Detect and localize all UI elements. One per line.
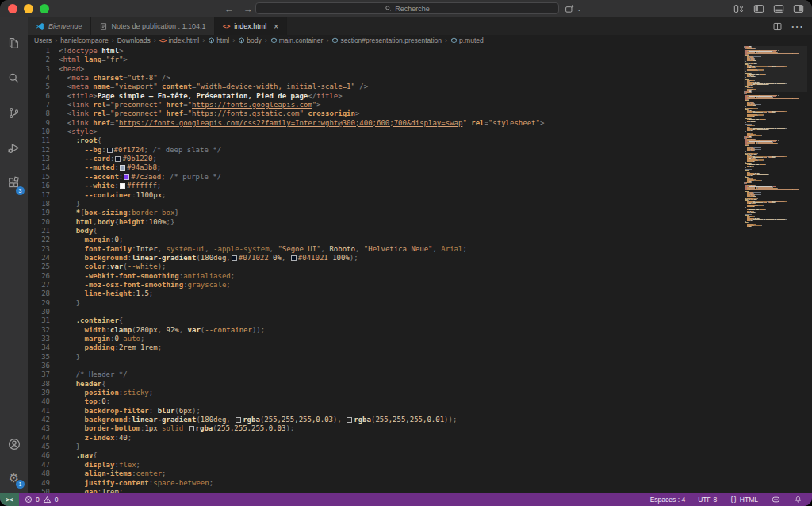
code-line[interactable]: 18 }: [28, 200, 741, 209]
command-center-search[interactable]: Recherche: [255, 2, 559, 14]
code-line[interactable]: 40 top:0;: [28, 397, 741, 406]
close-window-button[interactable]: [8, 4, 17, 13]
explorer-icon[interactable]: [0, 25, 28, 60]
code-line[interactable]: 30: [28, 308, 741, 316]
code-line[interactable]: 8 <link rel="preconnect" href="https://f…: [28, 109, 741, 118]
code-line[interactable]: 33 margin:0 auto;: [28, 335, 741, 343]
code-line[interactable]: 22 margin:0;: [28, 236, 741, 244]
notifications-bell-icon[interactable]: [794, 495, 802, 504]
code-line[interactable]: 21 body{: [28, 227, 741, 236]
code-line[interactable]: 15 --accent:#7c3aed; /* purple */: [28, 173, 741, 182]
minimap[interactable]: [744, 46, 807, 493]
line-number[interactable]: 17: [28, 191, 50, 200]
code-line[interactable]: 29 }: [28, 299, 741, 308]
line-number[interactable]: 31: [28, 316, 50, 325]
line-number[interactable]: 12: [28, 146, 50, 155]
editor[interactable]: 1<!doctype html>2<html lang="fr">3<head>…: [28, 46, 812, 493]
line-number[interactable]: 43: [28, 424, 50, 433]
search-sidebar-icon[interactable]: [0, 60, 28, 95]
code-line[interactable]: 48 align-items:center;: [28, 470, 741, 478]
breadcrumb-item[interactable]: Users: [34, 36, 52, 44]
color-swatch[interactable]: [115, 156, 121, 162]
code-line[interactable]: 4 <meta charset="utf-8" />: [28, 74, 741, 82]
line-number[interactable]: 10: [28, 128, 50, 136]
code-line[interactable]: 23 font-family:Inter, system-ui, -apple-…: [28, 245, 741, 254]
breadcrumb-item[interactable]: p.muted: [450, 36, 484, 44]
code-line[interactable]: 26 -webkit-font-smoothing:antialiased;: [28, 272, 741, 281]
line-number[interactable]: 45: [28, 443, 50, 451]
tab-notes-de-publication[interactable]: Notes de publication : 1.104.1: [91, 17, 215, 35]
breadcrumb-item[interactable]: hanielcompaore: [60, 36, 108, 44]
line-number[interactable]: 13: [28, 155, 50, 163]
color-swatch[interactable]: [236, 417, 241, 423]
code-line[interactable]: 1<!doctype html>: [28, 47, 741, 56]
line-number[interactable]: 38: [28, 380, 50, 389]
code-line[interactable]: 36: [28, 362, 741, 370]
copilot-menu-button[interactable]: ⌄: [565, 2, 582, 15]
code-line[interactable]: 28 line-height:1.5;: [28, 289, 741, 298]
remote-indicator[interactable]: ><: [0, 493, 19, 506]
code-line[interactable]: 44 z-index:40;: [28, 434, 741, 443]
code-line[interactable]: 14 --muted:#94a3b8;: [28, 163, 741, 172]
navigate-forward-icon[interactable]: →: [243, 3, 253, 14]
line-number[interactable]: 34: [28, 343, 50, 352]
line-number[interactable]: 8: [28, 109, 50, 118]
run-debug-icon[interactable]: [0, 130, 28, 165]
close-tab-icon[interactable]: ×: [274, 22, 278, 31]
line-number[interactable]: 30: [28, 308, 50, 316]
line-number[interactable]: 41: [28, 407, 50, 416]
line-number[interactable]: 40: [28, 397, 50, 406]
code-line[interactable]: 32 width:clamp(280px, 92%, var(--contain…: [28, 326, 741, 335]
code-line[interactable]: 38 header{: [28, 380, 741, 389]
tab-index-html[interactable]: <> index.html ×: [215, 17, 288, 35]
color-swatch[interactable]: [347, 417, 352, 423]
breadcrumb-item[interactable]: html: [208, 36, 229, 44]
line-number[interactable]: 20: [28, 218, 50, 227]
line-number[interactable]: 21: [28, 227, 50, 236]
indentation-status[interactable]: Espaces : 4: [650, 496, 685, 504]
minimize-window-button[interactable]: [24, 4, 33, 13]
line-number[interactable]: 22: [28, 236, 50, 244]
line-number[interactable]: 14: [28, 163, 50, 172]
line-number[interactable]: 16: [28, 182, 50, 190]
code-line[interactable]: 17 --container:1100px;: [28, 191, 741, 200]
code-line[interactable]: 25 color:var(--white);: [28, 263, 741, 271]
line-number[interactable]: 26: [28, 272, 50, 281]
breadcrumb-item[interactable]: section#presentation.presentation: [331, 36, 442, 44]
code-line[interactable]: 19 *{box-sizing:border-box}: [28, 209, 741, 217]
language-mode-status[interactable]: {} HTML: [730, 496, 758, 504]
code-line[interactable]: 11 :root{: [28, 136, 741, 145]
line-number[interactable]: 18: [28, 200, 50, 209]
encoding-status[interactable]: UTF-8: [698, 496, 717, 504]
code-line[interactable]: 34 padding:2rem 1rem;: [28, 343, 741, 352]
line-number[interactable]: 24: [28, 254, 50, 263]
code-line[interactable]: 3<head>: [28, 65, 741, 74]
line-number[interactable]: 29: [28, 299, 50, 308]
code-line[interactable]: 42 background:linear-gradient(180deg, rg…: [28, 416, 741, 424]
code-line[interactable]: 10 <style>: [28, 128, 741, 136]
line-number[interactable]: 2: [28, 56, 50, 64]
breadcrumb-item[interactable]: main.container: [270, 36, 324, 44]
breadcrumb-item[interactable]: body: [238, 36, 261, 44]
line-number[interactable]: 1: [28, 47, 50, 56]
line-number[interactable]: 37: [28, 370, 50, 379]
split-editor-icon[interactable]: [772, 21, 783, 32]
line-number[interactable]: 27: [28, 281, 50, 289]
code-line[interactable]: 46 .nav{: [28, 451, 741, 460]
line-number[interactable]: 3: [28, 65, 50, 74]
line-number[interactable]: 7: [28, 101, 50, 109]
code-line[interactable]: 41 backdrop-filter: blur(6px);: [28, 407, 741, 416]
source-control-icon[interactable]: [0, 95, 28, 130]
line-number[interactable]: 11: [28, 136, 50, 145]
code-line[interactable]: 9 <link href="https://fonts.googleapis.c…: [28, 119, 741, 128]
code-line[interactable]: 47 display:flex;: [28, 461, 741, 470]
code-line[interactable]: 27 -moz-osx-font-smoothing:grayscale;: [28, 281, 741, 289]
code-line[interactable]: 12 --bg:#0f1724; /* deep slate */: [28, 146, 741, 155]
code-line[interactable]: 35 }: [28, 353, 741, 362]
line-number[interactable]: 6: [28, 92, 50, 101]
line-number[interactable]: 36: [28, 362, 50, 370]
code-line[interactable]: 20 html,body{height:100%;}: [28, 218, 741, 227]
breadcrumb-item[interactable]: Downloads: [117, 36, 151, 44]
toggle-primary-sidebar-icon[interactable]: [753, 4, 764, 13]
line-number[interactable]: 19: [28, 209, 50, 217]
